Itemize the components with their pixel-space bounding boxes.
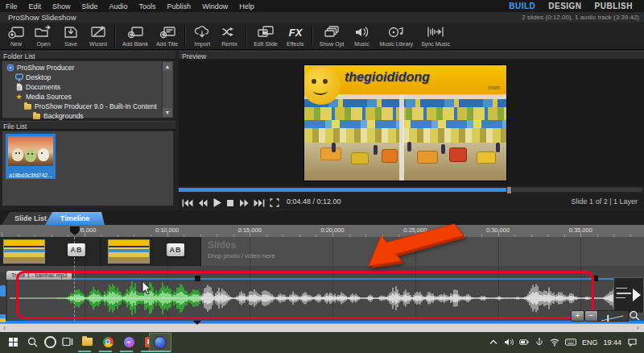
usb-icon[interactable] <box>535 335 544 350</box>
folder-item-documents[interactable]: Documents <box>4 82 173 92</box>
volume-icon[interactable] <box>504 335 514 350</box>
menu-bar: FileEditShowSlideAudioToolsPublishWindow… <box>0 0 644 12</box>
scroll-right-icon[interactable]: › <box>637 324 639 332</box>
toolbar-music-library-button[interactable]: Music Library <box>376 23 418 49</box>
timeline-ruler[interactable]: 0:05.0000:10.0000:15.0000:20.0000:25.000… <box>0 225 644 238</box>
toolbar-sync-music-button[interactable]: Sync Music <box>417 23 454 49</box>
menu-publish[interactable]: Publish <box>162 2 197 10</box>
timeline-zoom-out-button[interactable]: − <box>584 310 598 322</box>
chevron-up-icon[interactable] <box>489 335 498 350</box>
menu-edit[interactable]: Edit <box>23 2 47 10</box>
new-icon <box>6 25 26 42</box>
star-icon: ★ <box>14 93 23 101</box>
taskbar-chrome-icon[interactable] <box>98 332 118 351</box>
open-icon <box>34 25 53 42</box>
taskbar-messenger-icon[interactable] <box>119 332 138 351</box>
tab-timeline[interactable]: Timeline <box>45 212 105 225</box>
magnifier-icon[interactable] <box>629 310 640 321</box>
waveform-overview[interactable] <box>613 277 644 314</box>
forward-button[interactable] <box>239 196 249 210</box>
action-center-icon[interactable] <box>627 338 638 347</box>
ruler-label: 0:15.000 <box>238 226 262 234</box>
toolbar-button-label: Import <box>194 41 210 47</box>
folder-item-backgrounds[interactable]: Backgrounds <box>4 111 173 121</box>
toolbar-add-blank-button[interactable]: Add Blank <box>118 23 152 49</box>
taskbar-file-explorer-icon[interactable] <box>77 332 97 351</box>
toolbar-new-button[interactable]: New <box>2 23 30 49</box>
folder-item-media-sources[interactable]: ★Media Sources <box>4 92 173 102</box>
toolbar-import-button[interactable]: Import <box>188 23 216 49</box>
folder-item-label: ProShow Producer 9.0 - Built-In Content <box>35 102 157 110</box>
timeline-zoom-slider[interactable] <box>597 310 629 322</box>
menu-audio[interactable]: Audio <box>104 2 134 10</box>
taskbar-search-icon[interactable] <box>23 332 42 351</box>
folder-list-header: Folder List <box>0 51 175 60</box>
toolbar-save-button[interactable]: Save <box>57 23 85 49</box>
toolbar-open-button[interactable]: Open <box>30 23 57 49</box>
menu-slide[interactable]: Slide <box>76 2 104 10</box>
preview-seek-bar[interactable] <box>179 188 642 192</box>
remix-icon <box>220 25 239 42</box>
folder-tree-rows: ProShow ProducerDesktopDocuments★Media S… <box>2 61 173 121</box>
timeline-slide-2[interactable] <box>108 239 150 264</box>
toolbar-button-label: Edit Slide <box>254 41 278 47</box>
timeline-hscrollbar[interactable]: ‹ › <box>0 323 644 332</box>
skip-end-button[interactable] <box>254 196 265 210</box>
rewind-button[interactable] <box>198 196 208 210</box>
toolbar-button-label: Effects <box>287 41 303 47</box>
language-indicator[interactable]: ENG <box>582 338 598 347</box>
mode-tab-build[interactable]: BUILD <box>509 2 535 10</box>
ruler-label: 0:20.000 <box>320 226 344 234</box>
menu-help[interactable]: Help <box>233 2 260 10</box>
timeline-slide-1[interactable] <box>3 239 45 264</box>
taskbar-start-icon[interactable] <box>3 332 23 351</box>
transition-2-button[interactable]: AB <box>167 243 184 256</box>
mode-tab-design[interactable]: DESIGN <box>548 2 581 10</box>
slides-drop-hint-title: Slides <box>208 239 236 251</box>
toolbar-music-button[interactable]: Music <box>349 23 376 49</box>
folder-tree-scrollbar[interactable]: ▲ ▼ <box>162 62 172 117</box>
battery-icon[interactable] <box>519 335 529 350</box>
toolbar-add-title-button[interactable]: Add Title <box>152 23 182 49</box>
save-icon <box>61 25 80 42</box>
taskbar-clock[interactable]: 19:44 <box>603 338 621 347</box>
taskbar-task-view-icon[interactable] <box>58 332 77 351</box>
scroll-left-icon[interactable]: ‹ <box>3 324 6 332</box>
transition-1-button[interactable]: AB <box>68 243 85 256</box>
toolbar-remix-button[interactable]: Remix <box>216 23 243 49</box>
skip-start-button[interactable] <box>182 196 193 210</box>
proshow-app-icon <box>6 64 14 72</box>
toolbar-show-opt-button[interactable]: Show Opt <box>316 23 349 49</box>
menu-file[interactable]: File <box>0 2 23 10</box>
show-title: ProShow Slideshow <box>8 13 76 22</box>
keyboard-icon[interactable] <box>565 335 576 350</box>
taskbar-proshow-active[interactable] <box>149 333 171 351</box>
file-thumbnail[interactable]: a18bd3c3fd742... <box>6 134 56 179</box>
fullscreen-button[interactable] <box>270 196 279 210</box>
toolbar-button-label: Show Opt <box>320 41 345 47</box>
taskbar-cortana-icon[interactable] <box>40 332 60 351</box>
toolbar-effects-button[interactable]: FXEffects <box>282 23 309 49</box>
svg-text:FX: FX <box>288 27 303 39</box>
toolbar-edit-slide-button[interactable]: Edit Slide <box>250 23 282 49</box>
file-thumbnail-image <box>8 136 53 166</box>
folder-item-desktop[interactable]: Desktop <box>4 73 173 82</box>
menu-window[interactable]: Window <box>196 2 233 10</box>
toolbar-separator <box>184 26 186 46</box>
scroll-down-icon[interactable]: ▼ <box>163 108 172 117</box>
scroll-up-icon[interactable]: ▲ <box>163 62 172 71</box>
menu-show[interactable]: Show <box>47 2 76 10</box>
wifi-icon[interactable] <box>550 335 559 350</box>
stop-button[interactable] <box>226 196 234 210</box>
toolbar-button-label: Wizard <box>89 41 107 47</box>
menu-tools[interactable]: Tools <box>134 2 162 10</box>
timeline-zoom-in-button[interactable]: + <box>571 310 584 322</box>
annotation-arrow-icon <box>361 222 469 272</box>
folder-item-proshow-producer[interactable]: ProShow Producer <box>4 63 173 73</box>
toolbar-wizard-button[interactable]: Wizard <box>85 23 112 49</box>
folder-item-proshow-producer-9-0-built-in-content[interactable]: ProShow Producer 9.0 - Built-In Content <box>4 102 173 111</box>
mode-tab-publish[interactable]: PUBLISH <box>595 2 633 10</box>
transport-buttons <box>182 196 279 210</box>
main-toolbar: NewOpenSaveWizardAdd BlankAdd TitleImpor… <box>0 23 644 50</box>
play-button[interactable] <box>213 196 221 210</box>
